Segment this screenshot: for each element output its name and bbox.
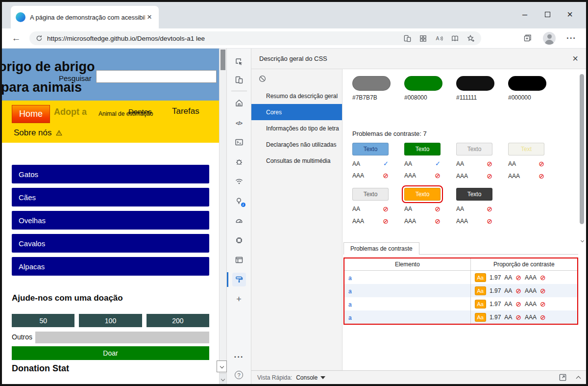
category-button[interactable]: Ovelhas [12, 211, 209, 230]
amount-button[interactable]: 50 [12, 314, 74, 327]
search-input[interactable] [96, 70, 217, 83]
aaa-label: AAA [456, 173, 468, 180]
nav-adopt-link[interactable]: Adopt a [54, 107, 87, 117]
sidebar-item-label: Resumo da descrição geral [266, 93, 338, 100]
settings-menu-icon[interactable] [566, 33, 576, 43]
scroll-down-button[interactable] [217, 360, 227, 372]
more-tools-icon[interactable] [227, 348, 251, 366]
element-link[interactable]: a [348, 314, 352, 321]
sidebar-item-colors[interactable]: Cores [251, 104, 342, 120]
contrast-sample-button[interactable]: Texto [404, 188, 441, 201]
color-swatch[interactable] [456, 76, 494, 91]
table-row[interactable]: a Aa 1.97 AA AAA [344, 310, 577, 324]
contrast-sample-button[interactable]: Texto [404, 143, 441, 155]
immersive-reader-icon[interactable] [451, 34, 459, 43]
close-button[interactable] [559, 6, 581, 23]
category-button[interactable]: Cães [12, 188, 209, 206]
svg-text:A: A [436, 36, 439, 41]
aa-label: AA [504, 287, 512, 294]
panel-close-icon[interactable] [572, 53, 578, 64]
contrast-issues-tab[interactable]: Problemas de contraste [343, 242, 419, 255]
contrast-sample-button[interactable]: Texto [352, 143, 389, 155]
inspect-icon[interactable] [227, 52, 251, 71]
nav-tarefas-link[interactable]: Tarefas [172, 106, 199, 116]
home-icon[interactable] [227, 93, 251, 113]
browser-tab[interactable]: A página de demonstração com acessibilid… [11, 6, 159, 28]
table-row[interactable]: a Aa 1.97 AA AAA [344, 271, 577, 284]
contrast-sample-button[interactable]: Texto [352, 188, 389, 201]
maximize-button[interactable] [536, 6, 559, 23]
nav-home-link[interactable]: Home [12, 105, 50, 123]
aa-label: AA [456, 206, 464, 212]
color-swatch[interactable] [404, 76, 442, 91]
contrast-sample-button[interactable]: Texto [456, 188, 492, 201]
contrast-sample: Text AA AAA [508, 143, 560, 180]
device-toolbar-icon[interactable] [227, 71, 251, 89]
issues-tab-bar: Problemas de contraste [343, 242, 578, 255]
favorites-star-icon[interactable] [466, 34, 475, 43]
category-button[interactable]: Alpacas [12, 257, 209, 276]
color-swatch-label: #000000 [508, 94, 560, 101]
sidebar-item-label: Consultas de multimédia [266, 157, 330, 164]
nav-dentes-link[interactable]: Dentes [128, 107, 152, 116]
scrollbar-thumb[interactable] [580, 74, 584, 224]
console-icon[interactable] [227, 132, 251, 152]
element-link[interactable]: a [348, 288, 352, 295]
table-row[interactable]: a Aa 1.97 AA AAA [344, 297, 577, 310]
edge-logo-icon [16, 12, 25, 22]
memory-icon[interactable] [227, 231, 251, 250]
read-aloud-icon[interactable]: A [435, 34, 443, 43]
add-panel-icon[interactable] [227, 289, 251, 309]
content-scrollbar[interactable] [579, 72, 585, 242]
page-nav: Home Adopt a Animal de estimação Dentes … [2, 101, 219, 143]
css-overview-icon[interactable] [227, 270, 251, 289]
address-bar[interactable]: https://microsoftedge.github.io/Demos/de… [29, 31, 481, 45]
help-icon[interactable] [227, 366, 251, 384]
sidebar-item-summary[interactable]: Resumo da descrição geral [251, 88, 342, 104]
sidebar-item-unused-declarations[interactable]: Declarações não utilizadas [251, 136, 342, 153]
contrast-sample-button[interactable]: Text [508, 143, 544, 155]
sidebar-item-font-info[interactable]: Informações do tipo de letra [251, 120, 342, 136]
other-amount-input[interactable] [35, 332, 209, 343]
color-swatch[interactable] [508, 76, 546, 91]
dock-icon[interactable] [559, 373, 567, 382]
performance-icon[interactable] [227, 211, 251, 231]
elements-icon[interactable] [227, 113, 251, 132]
sidebar-item-label: Informações do tipo de letra [266, 125, 339, 132]
clear-overview-icon[interactable] [258, 75, 267, 83]
donate-button[interactable]: Doar [12, 346, 209, 360]
issues-icon[interactable] [227, 152, 251, 172]
site-title-line1: origo de abrigo [2, 59, 95, 75]
sidebar-item-media-queries[interactable]: Consultas de multimédia [251, 153, 342, 169]
element-link[interactable]: a [348, 275, 352, 282]
element-link[interactable]: a [348, 301, 352, 308]
apps-grid-icon[interactable] [419, 34, 427, 43]
back-button[interactable] [9, 33, 24, 44]
amount-button[interactable]: 100 [79, 314, 142, 327]
scrollbar-down-arrow[interactable] [579, 239, 585, 242]
category-button[interactable]: Gatos [12, 165, 209, 183]
amount-button[interactable]: 200 [147, 314, 209, 327]
collections-icon[interactable] [523, 34, 532, 43]
profile-avatar[interactable] [543, 32, 556, 45]
contrast-sample-grid: Texto AA AAA Texto AA AAA Texto AA A [352, 143, 560, 225]
table-header-row: Elemento Proporção de contraste [344, 258, 577, 271]
application-icon[interactable] [227, 250, 251, 270]
quickview-select[interactable]: Console [296, 374, 325, 381]
table-row[interactable]: a Aa 1.97 AA AAA [344, 284, 577, 297]
network-icon[interactable] [227, 172, 251, 191]
contrast-sample-button[interactable]: Texto [456, 143, 492, 155]
nav-about-link[interactable]: Sobre nós [14, 128, 52, 138]
device-icon[interactable] [403, 34, 412, 43]
color-swatch[interactable] [352, 76, 391, 91]
chevron-up-icon[interactable] [576, 376, 581, 381]
page-scrollbar[interactable] [219, 49, 226, 384]
column-header-ratio: Proporção de contraste [470, 258, 578, 270]
reload-icon[interactable] [35, 34, 43, 42]
scrollbar-down-arrow[interactable] [220, 373, 226, 384]
minimize-button[interactable] [514, 6, 536, 23]
category-button[interactable]: Cavalos [12, 234, 209, 253]
scrollbar-thumb[interactable] [220, 50, 225, 70]
tab-close-icon[interactable] [145, 12, 154, 22]
lightbulb-icon[interactable]: i [227, 191, 251, 211]
